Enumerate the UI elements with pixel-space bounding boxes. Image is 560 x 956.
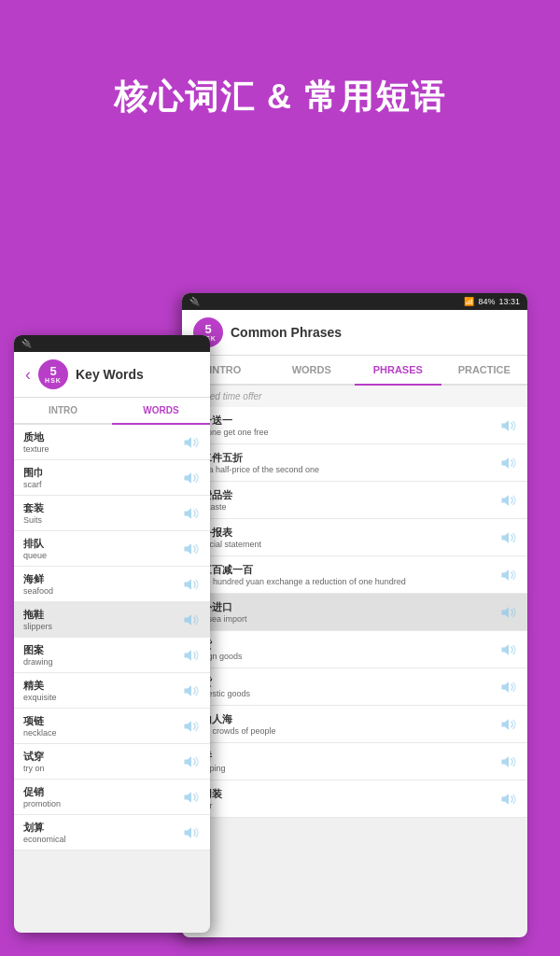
speaker-icon[interactable] xyxy=(182,435,201,450)
speaker-icon[interactable] xyxy=(499,680,518,695)
phrase-english: foreign goods xyxy=(191,652,499,661)
phrase-chinese: 洋货 xyxy=(191,638,499,652)
speaker-icon[interactable] xyxy=(182,754,201,769)
list-item[interactable]: 第二件五折 with a half-price of the second on… xyxy=(182,444,527,482)
list-item[interactable]: 血拼 shopping xyxy=(182,743,527,780)
app-logo-front: 5 HSK xyxy=(38,359,68,389)
speaker-icon[interactable] xyxy=(499,605,518,620)
word-chinese: 围巾 xyxy=(23,466,182,480)
list-item[interactable]: 国货 domestic goods xyxy=(182,668,527,706)
list-item[interactable]: 满三百减一百 three hundred yuan exchange a red… xyxy=(182,556,527,594)
list-item[interactable]: 促销 promotion xyxy=(14,780,210,815)
list-item[interactable]: 质地 texture xyxy=(14,425,210,460)
list-item[interactable]: 国外进口 oversea import xyxy=(182,594,527,631)
usb-icon-front: 🔌 xyxy=(21,339,32,348)
word-info: 排队 queue xyxy=(23,537,182,560)
phone-back: 🔌 📶 84% 13:31 5 HSK Common Phrases INTRO… xyxy=(182,293,527,937)
speaker-icon[interactable] xyxy=(499,568,518,583)
list-item[interactable]: 财务报表 financial statement xyxy=(182,519,527,556)
word-english: Suits xyxy=(23,515,182,525)
phrase-english: huge crowds of people xyxy=(191,726,499,736)
list-item[interactable]: 拖鞋 slippers xyxy=(14,602,210,638)
speaker-icon[interactable] xyxy=(499,642,518,657)
phrase-info: 第二件五折 with a half-price of the second on… xyxy=(191,451,499,474)
phrase-info: 满三百减一百 three hundred yuan exchange a red… xyxy=(191,563,499,586)
word-info: 精美 exquisite xyxy=(23,679,182,702)
app-header-back: 5 HSK Common Phrases xyxy=(182,310,527,356)
word-chinese: 精美 xyxy=(23,679,182,693)
speaker-icon[interactable] xyxy=(499,530,518,545)
tab-intro-front[interactable]: INTRO xyxy=(14,398,112,423)
word-chinese: 试穿 xyxy=(23,750,182,764)
phrase-english: buy one get one free xyxy=(191,428,499,437)
app-header-front: ‹ 5 HSK Key Words xyxy=(14,352,210,398)
word-english: slippers xyxy=(23,622,182,631)
phrase-english: free taste xyxy=(191,502,499,512)
word-english: seafood xyxy=(23,586,182,596)
phrase-chinese: 第二件五折 xyxy=(191,451,499,465)
word-info: 试穿 try on xyxy=(23,750,182,773)
list-item[interactable]: 试用装 tester xyxy=(182,780,527,818)
phrase-chinese: 满三百减一百 xyxy=(191,563,499,577)
list-item[interactable]: 精美 exquisite xyxy=(14,673,210,709)
list-item[interactable]: 划算 economical xyxy=(14,815,210,851)
tab-words-front[interactable]: WORDS xyxy=(112,398,210,423)
phrase-english: tester xyxy=(191,801,499,810)
time-back: 13:31 xyxy=(498,297,520,306)
phrase-info: 国外进口 oversea import xyxy=(191,600,499,624)
tab-phrases-back[interactable]: PHRASES xyxy=(355,356,441,384)
speaker-icon[interactable] xyxy=(499,456,518,471)
phrase-english: with a half-price of the second one xyxy=(191,465,499,474)
speaker-icon[interactable] xyxy=(499,792,518,807)
phrase-info: 人山人海 huge crowds of people xyxy=(191,712,499,736)
tab-practice-back[interactable]: PRACTICE xyxy=(441,356,528,384)
list-item[interactable]: 海鲜 seafood xyxy=(14,567,210,602)
word-chinese: 套装 xyxy=(23,501,182,515)
phrase-chinese: 财务报表 xyxy=(191,526,499,540)
word-english: scarf xyxy=(23,480,182,489)
phrase-chinese: 试用装 xyxy=(191,787,499,801)
list-item[interactable]: 洋货 foreign goods xyxy=(182,631,527,668)
phrase-english: oversea import xyxy=(191,614,499,624)
speaker-icon[interactable] xyxy=(182,648,201,663)
list-item[interactable]: 买一送一 buy one get one free xyxy=(182,407,527,444)
phrase-english: financial statement xyxy=(191,540,499,549)
app-title-back: Common Phrases xyxy=(231,325,342,340)
list-item[interactable]: 排队 queue xyxy=(14,531,210,567)
speaker-icon[interactable] xyxy=(182,683,201,698)
speaker-icon[interactable] xyxy=(499,754,518,769)
word-info: 项链 necklace xyxy=(23,714,182,738)
speaker-icon[interactable] xyxy=(182,825,201,840)
phrase-english: three hundred yuan exchange a reduction … xyxy=(191,577,499,586)
speaker-icon[interactable] xyxy=(182,612,201,627)
list-item[interactable]: 围巾 scarf xyxy=(14,460,210,496)
phrase-chinese: 免费品尝 xyxy=(191,488,499,502)
phrase-info: 洋货 foreign goods xyxy=(191,638,499,661)
word-english: texture xyxy=(23,444,182,454)
speaker-icon[interactable] xyxy=(182,506,201,521)
word-chinese: 图案 xyxy=(23,643,182,657)
phrase-chinese: 买一送一 xyxy=(191,414,499,428)
speaker-icon[interactable] xyxy=(182,790,201,805)
list-item[interactable]: 项链 necklace xyxy=(14,709,210,744)
speaker-icon[interactable] xyxy=(182,719,201,734)
speaker-icon[interactable] xyxy=(182,577,201,592)
list-item[interactable]: 图案 drawing xyxy=(14,638,210,673)
phrase-chinese: 国货 xyxy=(191,675,499,689)
list-item[interactable]: 人山人海 huge crowds of people xyxy=(182,706,527,743)
tab-words-back[interactable]: WORDS xyxy=(269,356,356,384)
list-item[interactable]: 试穿 try on xyxy=(14,744,210,780)
word-english: promotion xyxy=(23,799,182,808)
status-bar-back: 🔌 📶 84% 13:31 xyxy=(182,293,527,310)
speaker-icon[interactable] xyxy=(182,541,201,556)
phrase-info: 买一送一 buy one get one free xyxy=(191,414,499,437)
speaker-icon[interactable] xyxy=(499,717,518,732)
list-item[interactable]: 套装 Suits xyxy=(14,496,210,531)
word-info: 质地 texture xyxy=(23,430,182,454)
list-item[interactable]: 免费品尝 free taste xyxy=(182,482,527,519)
back-button[interactable]: ‹ xyxy=(25,365,31,385)
speaker-icon[interactable] xyxy=(499,418,518,433)
speaker-icon[interactable] xyxy=(182,471,201,485)
speaker-icon[interactable] xyxy=(499,493,518,508)
phrase-list: 买一送一 buy one get one free 第二件五折 with a h… xyxy=(182,407,527,818)
